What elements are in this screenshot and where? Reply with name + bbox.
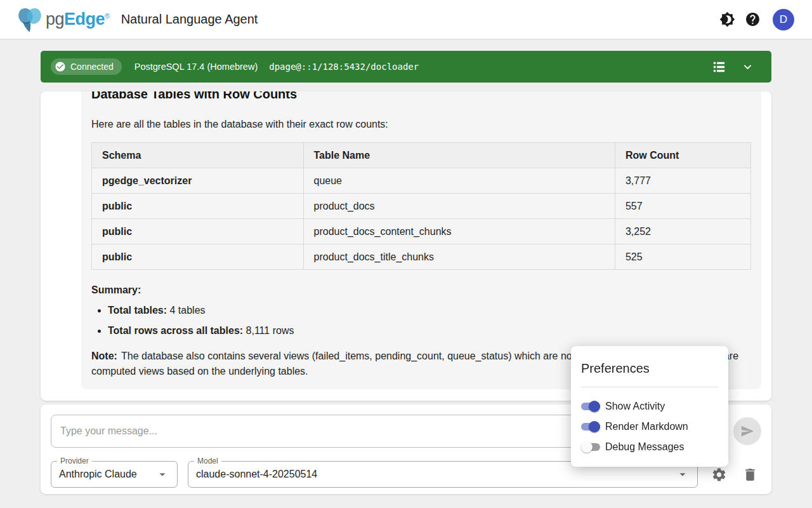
provider-value: Anthropic Claude [59, 469, 137, 480]
preference-row: Render Markdown [581, 417, 718, 437]
send-icon [740, 424, 754, 438]
page-title: Natural Language Agent [121, 12, 258, 27]
help-icon [745, 11, 761, 27]
cell-schema: public [92, 194, 304, 219]
preferences-divider [581, 387, 718, 387]
preference-label: Debug Messages [605, 441, 684, 453]
clear-conversation-button[interactable] [742, 467, 758, 483]
database-tables-table: SchemaTable NameRow Count pgedge_vectori… [91, 142, 751, 270]
summary-label: Summary: [91, 283, 751, 298]
table-row: publicproduct_docs_content_chunks3,252 [92, 219, 751, 244]
pgedge-logo-icon [15, 6, 44, 33]
cell-row-count: 3,777 [615, 168, 750, 194]
results-table-body: pgedge_vectorizerqueue3,777publicproduct… [92, 168, 751, 270]
toggle-thumb [581, 441, 593, 453]
gear-icon [711, 467, 727, 483]
provider-select[interactable]: Provider Anthropic Claude [51, 461, 178, 488]
theme-toggle-button[interactable] [714, 7, 740, 32]
trash-icon [742, 467, 758, 483]
toggle-switch-render-markdown[interactable] [581, 421, 600, 432]
toggle-thumb [589, 421, 600, 432]
cell-schema: pgedge_vectorizer [92, 168, 304, 194]
brand-text: pgEdge® [46, 10, 110, 29]
app-header: pgEdge® Natural Language Agent D [0, 0, 812, 39]
dropdown-arrow-icon [155, 467, 169, 481]
connection-expand-button[interactable] [738, 57, 757, 77]
connection-status-label: Connected [70, 62, 114, 72]
user-avatar[interactable]: D [773, 9, 794, 30]
cell-row-count: 525 [615, 244, 750, 270]
table-row: publicproduct_docs_title_chunks525 [92, 244, 751, 270]
dropdown-arrow-icon [676, 467, 690, 481]
message-intro: Here are all the tables in the database … [91, 117, 751, 132]
model-value: claude-sonnet-4-20250514 [196, 469, 317, 480]
table-header-row: SchemaTable NameRow Count [92, 143, 751, 168]
connection-bar: Connected PostgreSQL 17.4 (Homebrew) dpa… [41, 51, 771, 83]
cell-table-name: queue [303, 168, 615, 194]
connection-status-badge: Connected [51, 58, 122, 75]
preference-row: Debug Messages [581, 437, 718, 457]
table-column-header: Table Name [303, 143, 615, 168]
cell-table-name: product_docs_content_chunks [303, 219, 615, 244]
preference-label: Render Markdown [605, 421, 688, 432]
preferences-popup: Preferences Show ActivityRender Markdown… [571, 346, 728, 467]
summary-item: Total rows across all tables: 8,111 rows [108, 323, 751, 338]
preference-label: Show Activity [605, 401, 665, 412]
table-column-header: Schema [92, 143, 304, 168]
cell-table-name: product_docs_title_chunks [303, 244, 615, 270]
chevron-down-icon [740, 60, 755, 74]
pgedge-logo: pgEdge® [15, 6, 110, 33]
theme-toggle-icon [719, 11, 735, 27]
activity-list-icon [712, 60, 726, 74]
summary-item-label: Total tables: [108, 305, 167, 316]
table-row: pgedge_vectorizerqueue3,777 [92, 168, 751, 194]
help-button[interactable] [740, 7, 765, 32]
provider-label: Provider [57, 457, 92, 465]
table-row: publicproduct_docs557 [92, 194, 751, 219]
summary-list: Total tables: 4 tablesTotal rows across … [97, 303, 751, 338]
toggle-switch-show-activity[interactable] [581, 401, 600, 412]
settings-button[interactable] [711, 467, 727, 483]
cell-schema: public [92, 244, 304, 270]
send-button[interactable] [733, 417, 761, 445]
server-version-label: PostgreSQL 17.4 (Homebrew) [134, 62, 258, 72]
activity-list-button[interactable] [709, 57, 729, 77]
assistant-message-bubble: Database Tables with Row Counts Here are… [81, 91, 761, 389]
check-circle-icon [55, 61, 66, 72]
model-label: Model [194, 457, 221, 465]
preferences-toggle-list: Show ActivityRender MarkdownDebug Messag… [581, 396, 718, 457]
cell-row-count: 3,252 [615, 219, 750, 244]
table-column-header: Row Count [615, 143, 750, 168]
cell-row-count: 557 [615, 194, 750, 219]
toggle-switch-debug-messages[interactable] [581, 441, 600, 453]
toggle-thumb [589, 401, 600, 412]
cell-schema: public [92, 219, 304, 244]
connection-string: dpage@::1/128:5432/docloader [269, 62, 419, 72]
summary-item-label: Total rows across all tables: [108, 325, 243, 336]
preferences-title: Preferences [581, 360, 718, 377]
preference-row: Show Activity [581, 396, 718, 417]
message-heading: Database Tables with Row Counts [91, 91, 751, 103]
cell-table-name: product_docs [303, 194, 615, 219]
summary-item: Total tables: 4 tables [108, 303, 751, 318]
note-label: Note: [91, 351, 117, 361]
